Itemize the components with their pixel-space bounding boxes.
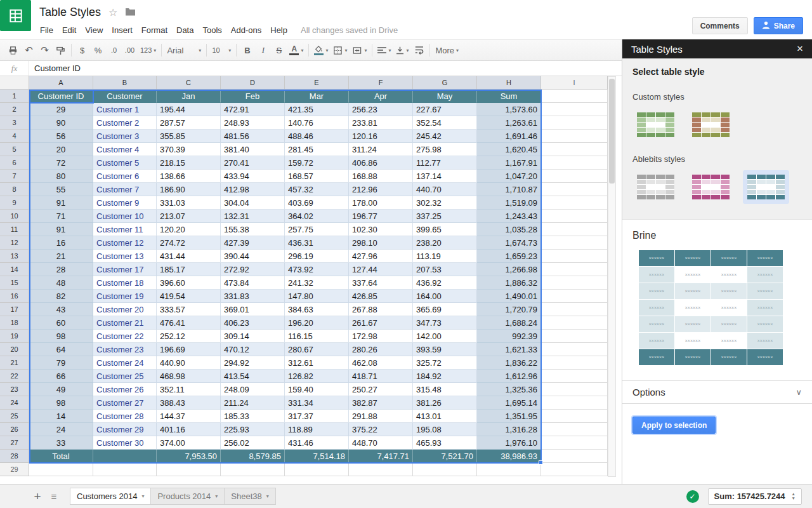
cell[interactable]	[413, 463, 477, 476]
cell[interactable]	[541, 396, 608, 410]
row-header-29[interactable]: 29	[0, 463, 29, 476]
text-color-button[interactable]: A ▾	[287, 42, 306, 58]
cell[interactable]: 315.48	[413, 383, 477, 396]
cell[interactable]: 168.88	[349, 170, 413, 183]
cell[interactable]	[157, 463, 221, 476]
percent-format-button[interactable]: %	[90, 42, 106, 58]
cell[interactable]: 238.20	[413, 236, 477, 250]
cell[interactable]: 233.81	[349, 116, 413, 130]
menu-view[interactable]: View	[81, 25, 107, 35]
cell[interactable]: Customer 30	[93, 436, 157, 450]
cell[interactable]: Customer 4	[93, 143, 157, 156]
cell[interactable]: 126.82	[285, 370, 349, 383]
document-title[interactable]: Table Styles	[39, 6, 101, 19]
cell[interactable]: Customer 10	[93, 210, 157, 223]
text-wrap-button[interactable]	[411, 42, 427, 58]
row-header-1[interactable]: 1	[0, 90, 29, 103]
menu-edit[interactable]: Edit	[58, 25, 81, 35]
cell[interactable]: 248.09	[221, 383, 285, 396]
cell[interactable]: 331.83	[221, 290, 285, 303]
cell[interactable]: 38,986.93	[477, 450, 541, 463]
cell[interactable]: 196.77	[349, 210, 413, 223]
cell[interactable]: 337.25	[413, 210, 477, 223]
cell[interactable]: 8,579.85	[221, 450, 285, 463]
cell[interactable]: 302.32	[413, 196, 477, 210]
cell[interactable]	[541, 276, 608, 290]
cell[interactable]: 142.00	[413, 330, 477, 343]
row-header-15[interactable]: 15	[0, 276, 29, 290]
cell[interactable]: 1,263.61	[477, 116, 541, 130]
cell[interactable]: 399.65	[413, 223, 477, 236]
cell[interactable]: 256.02	[221, 436, 285, 450]
cell[interactable]: Customer 1	[93, 103, 157, 116]
row-header-11[interactable]: 11	[0, 223, 29, 236]
cell[interactable]: Customer 28	[93, 410, 157, 423]
sheet-tab-products-2014[interactable]: Products 2014▾	[150, 488, 225, 505]
row-header-21[interactable]: 21	[0, 356, 29, 370]
cell[interactable]: 281.45	[285, 143, 349, 156]
cell[interactable]	[541, 290, 608, 303]
menu-tools[interactable]: Tools	[198, 25, 226, 35]
cell[interactable]: 347.73	[413, 316, 477, 330]
sheet-tab-customers-2014[interactable]: Customers 2014▾	[70, 488, 151, 505]
all-sheets-menu-button[interactable]: ≡	[46, 491, 62, 502]
cell[interactable]: 1,659.23	[477, 250, 541, 263]
cell[interactable]: 195.08	[413, 423, 477, 436]
style-thumbnail-brine[interactable]	[743, 170, 789, 204]
font-name-select[interactable]: Arial▾	[164, 42, 204, 58]
close-icon[interactable]: ×	[797, 43, 803, 55]
scrollbar-thumb[interactable]	[609, 79, 615, 184]
cell[interactable]	[541, 343, 608, 356]
cell[interactable]: 291.88	[349, 410, 413, 423]
cell[interactable]: 43	[29, 303, 93, 316]
cell[interactable]	[541, 316, 608, 330]
cell[interactable]: 28	[29, 263, 93, 276]
cell[interactable]: 481.56	[221, 130, 285, 143]
cell[interactable]: 1,695.14	[477, 396, 541, 410]
cell[interactable]: 311.24	[349, 143, 413, 156]
cell[interactable]: 55	[29, 183, 93, 196]
tab-dropdown-icon[interactable]: ▾	[266, 493, 269, 499]
formula-input[interactable]: Customer ID	[29, 64, 81, 73]
cell[interactable]	[541, 183, 608, 196]
row-header-10[interactable]: 10	[0, 210, 29, 223]
cell[interactable]: Feb	[221, 90, 285, 103]
cell[interactable]: 1,612.96	[477, 370, 541, 383]
row-header-25[interactable]: 25	[0, 410, 29, 423]
cell[interactable]: 261.67	[349, 316, 413, 330]
cell[interactable]: 144.37	[157, 410, 221, 423]
cell[interactable]: 33	[29, 436, 93, 450]
cell[interactable]: 159.40	[285, 383, 349, 396]
cell[interactable]: 116.15	[285, 330, 349, 343]
row-header-27[interactable]: 27	[0, 436, 29, 450]
menu-help[interactable]: Help	[266, 25, 292, 35]
cell[interactable]: 113.19	[413, 250, 477, 263]
cell[interactable]	[541, 250, 608, 263]
menu-insert[interactable]: Insert	[107, 25, 137, 35]
font-size-select[interactable]: 10▾	[209, 42, 233, 58]
col-header-D[interactable]: D	[221, 76, 285, 90]
sheets-logo-icon[interactable]	[0, 0, 31, 31]
number-format-button[interactable]: 123▾	[138, 42, 159, 58]
cell[interactable]: 457.32	[285, 183, 349, 196]
cell[interactable]: 21	[29, 250, 93, 263]
cell[interactable]: 440.70	[413, 183, 477, 196]
cell[interactable]: 390.44	[221, 250, 285, 263]
menu-add-ons[interactable]: Add-ons	[226, 25, 266, 35]
cell[interactable]: 172.98	[349, 330, 413, 343]
style-thumbnail-custom-green[interactable]	[632, 108, 679, 142]
cell[interactable]: 159.72	[285, 156, 349, 170]
cell[interactable]: Customer 13	[93, 250, 157, 263]
cell[interactable]: 66	[29, 370, 93, 383]
cell[interactable]	[541, 463, 608, 476]
cell[interactable]: 426.85	[349, 290, 413, 303]
cell[interactable]: 352.11	[157, 383, 221, 396]
cell[interactable]: 401.16	[157, 423, 221, 436]
share-button[interactable]: Share	[754, 17, 803, 34]
cell[interactable]: 147.80	[285, 290, 349, 303]
cell[interactable]	[541, 410, 608, 423]
borders-button[interactable]: ▾	[331, 42, 350, 58]
cell[interactable]: 184.92	[413, 370, 477, 383]
cell[interactable]	[541, 450, 608, 463]
cell[interactable]: Customer 22	[93, 330, 157, 343]
